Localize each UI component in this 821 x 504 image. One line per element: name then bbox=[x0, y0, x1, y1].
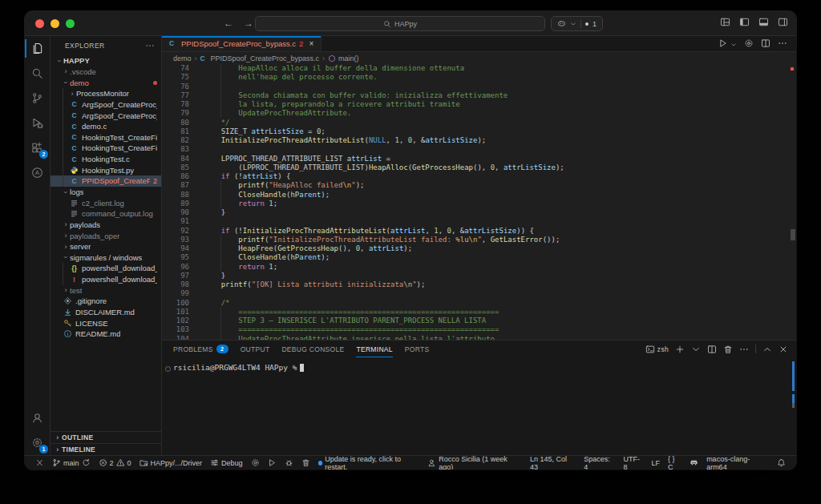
panel-tab-terminal[interactable]: TERMINAL bbox=[356, 341, 392, 357]
status-launch-target[interactable]: HAPpy/.../Driver bbox=[135, 456, 207, 470]
tree-item[interactable]: ›sigmarules / windows bbox=[51, 252, 161, 264]
toggle-sidebar-left-button[interactable] bbox=[739, 16, 750, 30]
terminal[interactable]: rsicilia@PRGWG4LTW4 HAPpy % bbox=[162, 357, 796, 455]
status-cursor-position[interactable]: Ln 145, Col 43 bbox=[526, 456, 580, 470]
ellipsis-icon bbox=[778, 38, 787, 48]
toggle-sidebar-right-button[interactable] bbox=[778, 16, 788, 30]
panel-tab-problems[interactable]: PROBLEMS2 bbox=[173, 341, 229, 357]
kill-terminal-button[interactable] bbox=[723, 345, 733, 354]
terminal-dropdown-button[interactable] bbox=[691, 345, 701, 354]
terminal-more-button[interactable] bbox=[739, 345, 749, 354]
tree-item[interactable]: CPPIDSpoof_CreatePro…2 bbox=[51, 175, 161, 187]
tree-item[interactable]: command_output.log bbox=[51, 208, 161, 220]
tree-item[interactable]: CArgSpoof_CreateProc_byp… bbox=[51, 99, 161, 111]
trash-icon bbox=[301, 458, 310, 467]
minimize-window-button[interactable] bbox=[51, 19, 59, 28]
breadcrumb-item[interactable]: demo bbox=[173, 54, 192, 62]
tree-item[interactable]: DISCLAIMER.md bbox=[51, 307, 161, 318]
tree-item[interactable]: ›test bbox=[51, 284, 161, 296]
tree-item[interactable]: ›server bbox=[51, 241, 161, 252]
activity-item-explorer[interactable] bbox=[25, 36, 50, 61]
more-actions-icon[interactable] bbox=[145, 41, 155, 50]
tree-item[interactable]: ›ProcessMonitor bbox=[51, 88, 161, 99]
status-cmake-kit[interactable]: macos-clang-arm64 bbox=[702, 456, 773, 470]
tree-item[interactable]: ›.vscode bbox=[51, 67, 161, 78]
a-circle-icon: A bbox=[31, 167, 43, 179]
tree-item[interactable]: ›payloads bbox=[51, 220, 161, 231]
editor-scrollbar[interactable] bbox=[791, 229, 795, 240]
tree-item[interactable]: Cdemo.c bbox=[51, 121, 161, 132]
status-notifications[interactable] bbox=[773, 456, 790, 470]
status-encoding[interactable]: UTF-8 bbox=[619, 456, 647, 470]
close-tab-icon[interactable]: × bbox=[309, 39, 313, 48]
status-build-variant[interactable]: Debug bbox=[206, 456, 247, 470]
editor-tab[interactable]: C PPIDSpoof_CreateProc_bypass.c 2 × bbox=[162, 36, 322, 51]
tree-item[interactable]: ›payloads_oper bbox=[51, 230, 161, 241]
gear-button[interactable] bbox=[744, 37, 754, 51]
play-button[interactable] bbox=[718, 37, 728, 51]
ellipsis-icon bbox=[739, 345, 749, 354]
zoom-window-button[interactable] bbox=[66, 19, 75, 28]
tree-item[interactable]: .gitignore bbox=[51, 296, 161, 307]
panel-tab-ports[interactable]: PORTS bbox=[405, 341, 430, 357]
tree-item[interactable]: CArgSpoof_CreateProc_nor… bbox=[51, 110, 161, 121]
chev-down-small-button[interactable] bbox=[735, 37, 737, 51]
toggle-panel-bottom-button[interactable] bbox=[758, 16, 769, 30]
maximize-panel-button[interactable] bbox=[762, 345, 772, 354]
tree-item[interactable]: CHookingTest.c bbox=[51, 154, 161, 165]
tree-item[interactable]: CHookingTest_CreateFile_b… bbox=[51, 131, 161, 143]
status-git-branch[interactable]: main bbox=[48, 456, 95, 470]
shell-selector-button[interactable]: zsh bbox=[645, 345, 669, 354]
timeline-section[interactable]: › TIMELINE bbox=[51, 443, 161, 455]
tree-item[interactable]: !powershell_download_exe… bbox=[51, 274, 161, 285]
activity-item-run-and-debug[interactable] bbox=[25, 111, 50, 135]
ellipsis-button[interactable] bbox=[778, 37, 787, 51]
activity-item-a-extension[interactable]: A bbox=[25, 160, 50, 185]
copilot-menu[interactable]: 1 bbox=[551, 16, 603, 31]
activity-item-search[interactable] bbox=[25, 61, 50, 86]
tree-item[interactable]: ›logs bbox=[51, 187, 161, 198]
tree-item[interactable]: CHookingTest_CreateFile_n… bbox=[51, 143, 161, 154]
activity-item-extensions[interactable]: 2 bbox=[25, 135, 50, 160]
tree-item[interactable]: LICENSE bbox=[51, 317, 161, 329]
tree-item[interactable]: c2_client.log bbox=[51, 197, 161, 208]
status-update-notice[interactable]: Update is ready, click to restart. bbox=[314, 456, 424, 470]
close-panel-button[interactable] bbox=[779, 345, 788, 354]
status-git-blame[interactable]: Rocco Sicilia (1 week ago) bbox=[423, 456, 526, 470]
back-button[interactable]: ← bbox=[224, 17, 233, 30]
forward-button[interactable]: → bbox=[244, 17, 253, 30]
status-indentation[interactable]: Spaces: 4 bbox=[580, 456, 619, 470]
outline-section[interactable]: › OUTLINE bbox=[51, 431, 161, 443]
new-terminal-button[interactable] bbox=[675, 345, 685, 354]
split-button[interactable] bbox=[761, 37, 770, 51]
panel-tab-debug-console[interactable]: DEBUG CONSOLE bbox=[281, 341, 344, 357]
tree-item[interactable]: ›HAPPY bbox=[51, 55, 161, 67]
status-problems[interactable]: 20 bbox=[95, 456, 135, 470]
terminal-scrollbar[interactable] bbox=[792, 403, 795, 408]
status-clean[interactable] bbox=[297, 456, 314, 470]
status-debug[interactable] bbox=[281, 456, 297, 470]
status-eol[interactable]: LF bbox=[647, 456, 664, 470]
panel-tab-output[interactable]: OUTPUT bbox=[241, 341, 270, 357]
pixel-pet-icon bbox=[690, 458, 698, 467]
tree-item[interactable]: {}powershell_download_exe… bbox=[51, 263, 161, 274]
activity-item-source-control[interactable] bbox=[25, 86, 50, 111]
toggle-layout-button[interactable] bbox=[720, 16, 730, 30]
activity-item-accounts[interactable] bbox=[25, 405, 50, 430]
split-terminal-button[interactable] bbox=[707, 345, 717, 354]
status-extension-pet[interactable] bbox=[686, 456, 702, 470]
status-build[interactable] bbox=[247, 456, 264, 470]
tree-item[interactable]: HookingTest.py bbox=[51, 164, 161, 175]
status-language-mode[interactable]: { } C bbox=[664, 456, 686, 470]
tree-item[interactable]: README.md bbox=[51, 329, 161, 340]
command-center-search[interactable]: HAPpy bbox=[255, 16, 545, 31]
breadcrumb-item[interactable]: CPPIDSpoof_CreateProc_bypass.c bbox=[200, 54, 320, 62]
activity-item-settings[interactable]: 1 bbox=[25, 430, 50, 455]
close-window-button[interactable] bbox=[35, 19, 44, 28]
status-run[interactable] bbox=[264, 456, 281, 470]
sidebar-left-icon bbox=[739, 17, 750, 27]
tree-item[interactable]: ›demo bbox=[51, 77, 161, 88]
code-editor[interactable]: 74 HeapAlloc alloca il buffer della dime… bbox=[162, 64, 796, 340]
breadcrumb-item[interactable]: main() bbox=[328, 54, 359, 62]
status-remote-indicator[interactable] bbox=[31, 456, 48, 470]
